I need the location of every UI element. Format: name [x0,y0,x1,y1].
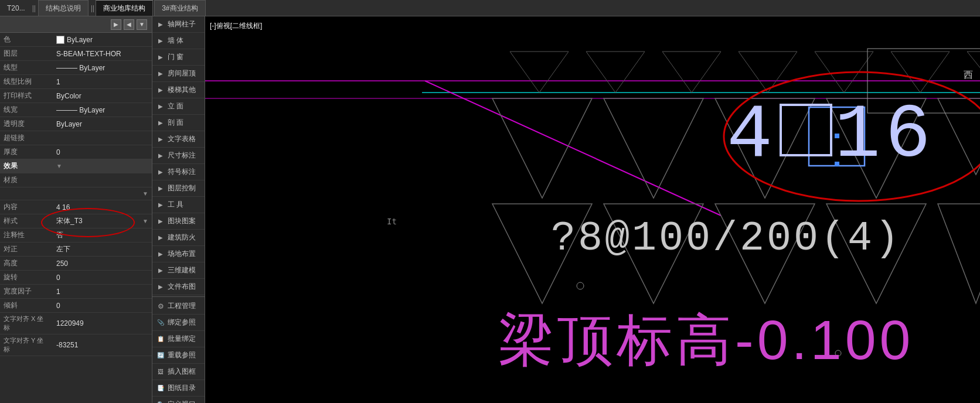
tri-large-2 [604,98,703,198]
prop-label-style: 样式 [0,214,53,228]
menu-item-file-layout[interactable]: ▶ 文件布图 [152,279,205,295]
prop-label-dropdown [0,187,53,200]
prop-label-width-factor: 宽度因子 [0,285,53,298]
prop-value-text-y[interactable]: -83251 [53,334,152,356]
prop-section-effects: 效果 ▼ [0,159,152,173]
tri-2 [586,52,645,93]
prop-value-linetype[interactable]: ——— ByLayer [53,61,152,74]
prop-value-oblique[interactable]: 0 [53,299,152,312]
prop-row-text-x: 文字对齐 X 坐标 1220949 [0,313,152,334]
room-icon: ▶ [156,69,165,78]
style-dropdown-arrow: ▼ [142,218,148,224]
menu-item-dimension[interactable]: ▶ 尺寸标注 [152,148,205,164]
fire-icon: ▶ [156,233,165,243]
menu-item-axis[interactable]: ▶ 轴网柱子 [152,16,205,33]
layer-icon: ▶ [156,184,165,193]
prop-value-style[interactable]: 宋体_T3 ▼ [53,214,152,228]
menu-item-def-viewport[interactable]: 🔍 定义视口 [152,397,205,403]
prop-value-lineweight[interactable]: ——— ByLayer [53,103,152,117]
prop-value-color[interactable]: ByLayer [53,33,152,46]
prop-value-justify[interactable]: 左下 [53,243,152,256]
prop-value-dropdown[interactable]: ▼ [53,187,152,200]
prop-value-print-style[interactable]: ByColor [53,89,152,103]
menu-item-site[interactable]: ▶ 场地布置 [152,246,205,262]
prop-value-rotation[interactable]: 0 [53,271,152,284]
prop-row-text-y: 文字对齐 Y 坐标 -83251 [0,334,152,356]
file-icon: ▶ [156,282,165,292]
prop-row-oblique: 倾斜 0 [0,299,152,313]
menu-item-block-pattern[interactable]: ▶ 图块图案 [152,213,205,230]
tri-3 [662,52,721,93]
prop-label-rotation: 旋转 [0,271,53,284]
menu-item-symbol[interactable]: ▶ 符号标注 [152,164,205,180]
prop-label-annotation: 注释性 [0,228,53,242]
prop-row-style: 样式 宋体_T3 ▼ [0,214,152,228]
cad-main-text-4-16: 416 [727,93,935,179]
box-symbol [780,104,832,156]
tri-1 [510,52,569,93]
prop-value-layer[interactable]: S-BEAM-TEXT-HOR [53,47,152,60]
prop-row-rotation: 旋转 0 [0,271,152,285]
axis-icon: ▶ [156,20,165,29]
tri-large-5 [938,98,980,175]
menu-item-text-table[interactable]: ▶ 文字表格 [152,131,205,148]
prop-value-width-factor[interactable]: 1 [53,285,152,298]
toolbar-icon-1[interactable]: ▶ [111,19,121,30]
3d-icon: ▶ [156,266,165,275]
wall-icon: ▶ [156,36,165,46]
menu-item-door-window[interactable]: ▶ 门 窗 [152,49,205,66]
menu-item-stairs[interactable]: ▶ 楼梯其他 [152,82,205,98]
tab-commercial-structure[interactable]: 3#商业结构 [154,0,205,16]
tab-warehouse-structure[interactable]: 商业地库结构 [96,0,153,16]
prop-value-hyperlink[interactable] [53,131,152,145]
menu-item-bind-ref[interactable]: 📎 绑定参照 [152,315,205,331]
prop-label-height: 高度 [0,257,53,270]
prop-label-linetype-scale: 线型比例 [0,75,53,88]
menu-item-batch-bind[interactable]: 📋 批量绑定 [152,331,205,347]
prop-row-height: 高度 250 [0,257,152,271]
prop-value-thickness[interactable]: 0 [53,145,152,159]
menu-item-section[interactable]: ▶ 剖 面 [152,115,205,131]
block-icon: ▶ [156,217,165,226]
prop-value-transparency[interactable]: ByLayer [53,117,152,131]
prop-value-text-x[interactable]: 1220949 [53,313,152,334]
tab-summary[interactable]: 结构总说明 [38,0,89,16]
cad-annotation-it: It [387,217,397,226]
prop-label-color: 色 [0,33,53,46]
prop-label-transparency: 透明度 [0,117,53,131]
toolbar-icon-2[interactable]: ◀ [124,19,134,30]
menu-item-insert-frame[interactable]: 🖼 插入图框 [152,364,205,380]
menu-item-tools[interactable]: ▶ 工 具 [152,197,205,213]
cad-text-beam-height: 梁顶标高-0.100 [498,303,914,378]
toolbar-icon-3[interactable]: ▼ [137,19,147,30]
prop-value-height[interactable]: 250 [53,257,152,270]
prop-row-justify: 对正 左下 [0,243,152,257]
menu-item-wall[interactable]: ▶ 墙 体 [152,33,205,49]
tri-large-1 [492,98,592,198]
viewport-label: [-]俯视[二维线框] [210,21,262,31]
menu-item-layer-control[interactable]: ▶ 图层控制 [152,180,205,197]
reload-icon: 🔄 [156,351,165,360]
prop-value-content[interactable]: 4 16 [53,200,152,214]
prop-value-annotation[interactable]: 否 [53,228,152,242]
menu-item-elevation[interactable]: ▶ 立 面 [152,98,205,115]
symbol-icon: ▶ [156,168,165,177]
menu-item-3d[interactable]: ▶ 三维建模 [152,262,205,279]
prop-row-linetype-scale: 线型比例 1 [0,75,152,89]
menu-item-fire[interactable]: ▶ 建筑防火 [152,230,205,246]
prop-label-hyperlink: 超链接 [0,131,53,145]
menu-item-reload-ref[interactable]: 🔄 重载参照 [152,347,205,364]
menu-item-room-roof[interactable]: ▶ 房间屋顶 [152,66,205,82]
prop-label-lineweight: 线宽 [0,103,53,117]
menu-item-project[interactable]: ⚙ 工程管理 [152,298,205,315]
prop-label-text-y: 文字对齐 Y 坐标 [0,334,53,356]
menu-item-sheet-list[interactable]: 📑 图纸目录 [152,380,205,397]
prop-value-material[interactable] [53,173,152,187]
menu-separator [152,296,205,297]
prop-value-linetype-scale[interactable]: 1 [53,75,152,88]
prop-label-justify: 对正 [0,243,53,256]
cad-canvas[interactable]: [-]俯视[二维线框] [205,16,980,403]
prop-row-material: 材质 [0,173,152,187]
color-swatch [56,36,64,44]
prop-row-width-factor: 宽度因子 1 [0,285,152,299]
